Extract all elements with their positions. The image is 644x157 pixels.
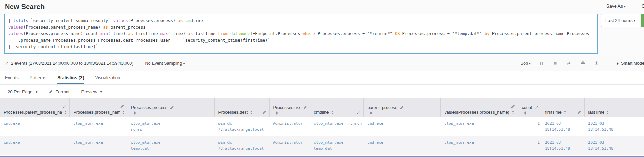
edit-column-icon[interactable] — [511, 104, 515, 108]
table-cell[interactable]: clop_mlwr.exe runrun — [310, 117, 363, 136]
edit-column-icon[interactable] — [263, 110, 266, 114]
table-header-row: Processes.parent_process_nameProcesses.p… — [0, 98, 644, 117]
query-line: values(Processes.parent_process_name) as… — [8, 24, 594, 31]
column-header-count[interactable]: count — [518, 98, 541, 117]
time-range-picker[interactable]: Last 24 hours▾ — [601, 14, 640, 27]
chevron-down-icon: ▾ — [100, 90, 102, 94]
chevron-down-icon: ▾ — [634, 19, 635, 22]
column-label: cmdline — [314, 110, 329, 115]
table-cell[interactable]: cmd.exe — [363, 136, 440, 155]
column-header-Processes.parent_process_name[interactable]: Processes.parent_process_name — [0, 98, 69, 117]
edit-column-icon[interactable] — [63, 104, 67, 108]
column-header-Processes.process_name[interactable]: Processes.process_name — [69, 98, 127, 117]
table-cell[interactable]: 2021-03- 18T14:53:48 — [584, 117, 644, 136]
edit-column-icon[interactable] — [400, 106, 404, 109]
search-mode-selector[interactable]: Smart Mode ▾ — [616, 61, 644, 66]
column-header-parent_process[interactable]: parent_process — [363, 98, 440, 117]
page-title: New Search — [5, 3, 45, 11]
search-query-input[interactable]: | tstats `security_content_summariesonly… — [4, 14, 598, 54]
edit-column-icon[interactable] — [120, 104, 124, 108]
share-icon[interactable] — [566, 61, 572, 66]
page-header: New Search Save As▾ Close — [0, 0, 644, 13]
job-menu[interactable]: Job▾ — [521, 61, 531, 66]
table-cell[interactable]: clop_mlwr.exe — [69, 136, 127, 155]
sort-icon — [276, 111, 278, 115]
column-label: Processes.dest — [218, 110, 248, 115]
sort-icon — [524, 111, 526, 115]
lightning-bolt-icon — [616, 61, 619, 66]
sort-icon — [564, 111, 566, 114]
events-summary-bar: ✓ 2 events (17/03/2021 14:00:00.000 to 1… — [0, 56, 644, 71]
sort-icon — [122, 111, 124, 114]
pause-icon[interactable] — [538, 61, 545, 66]
sort-icon — [65, 111, 67, 114]
chevron-down-icon: ▾ — [624, 4, 626, 8]
table-cell[interactable]: cmd.exe — [363, 117, 440, 136]
close-button[interactable]: Close — [642, 3, 644, 9]
search-submit-button[interactable] — [641, 14, 644, 27]
table-cell[interactable]: clop_mlwr.exe temp.dat — [127, 136, 214, 155]
print-icon[interactable] — [580, 61, 586, 66]
table-cell[interactable]: Administrator — [269, 136, 310, 155]
column-header-values(Processes.process_name)[interactable]: values(Processes.process_name) — [440, 98, 518, 117]
export-download-icon[interactable] — [594, 61, 600, 66]
column-label: Processes.process — [131, 105, 168, 110]
edit-column-icon[interactable] — [170, 106, 174, 109]
column-header-Processes.user[interactable]: Processes.user — [269, 98, 310, 117]
preview-dropdown[interactable]: Preview▾ — [81, 89, 102, 94]
sort-icon — [331, 111, 333, 114]
tab-patterns[interactable]: Patterns — [30, 71, 46, 84]
table-cell[interactable]: clop_mlwr.exe runrun — [127, 117, 214, 136]
chevron-down-icon: ▾ — [529, 62, 531, 65]
tab-statistics[interactable]: Statistics (2) — [57, 71, 84, 84]
table-row: cmd.execlop_mlwr.execlop_mlwr.exe runrun… — [0, 117, 644, 136]
table-cell[interactable]: clop_mlwr.exe — [440, 117, 518, 136]
table-cell[interactable]: 2021-03- 18T14:53:48 — [541, 136, 584, 155]
query-line: | `security_content_ctime(lastTime)` — [8, 44, 594, 50]
tab-visualization[interactable]: Visualization — [95, 71, 120, 84]
sort-icon — [250, 111, 252, 114]
tab-events[interactable]: Events — [5, 71, 19, 84]
table-cell[interactable]: cmd.exe — [0, 136, 69, 155]
column-header-lastTime[interactable]: lastTime — [584, 98, 644, 117]
edit-column-icon[interactable] — [357, 110, 361, 114]
query-line: values(Processes.process_name) count min… — [8, 31, 594, 37]
column-label: Processes.process_name — [74, 110, 120, 115]
column-label: parent_process — [368, 105, 397, 110]
table-cell[interactable]: clop_mlwr.exe — [69, 117, 127, 136]
save-as-button[interactable]: Save As▾ — [606, 3, 626, 9]
table-cell[interactable]: win-dc- 73.attackrange.local — [214, 136, 269, 155]
column-header-Processes.dest[interactable]: Processes.dest — [214, 98, 269, 117]
table-cell[interactable]: clop_mlwr.exe — [440, 136, 518, 155]
table-cell[interactable]: Administrator — [269, 117, 310, 136]
edit-column-icon[interactable] — [535, 106, 538, 109]
column-header-cmdline[interactable]: cmdline — [310, 98, 363, 117]
per-page-dropdown[interactable]: 20 Per Page▾ — [8, 89, 37, 94]
stop-icon[interactable] — [552, 61, 558, 66]
column-header-Processes.process[interactable]: Processes.process — [127, 98, 214, 117]
chevron-down-icon: ▾ — [36, 90, 37, 94]
results-tabs: EventsPatternsStatistics (2)Visualizatio… — [0, 71, 644, 85]
query-line: .process_name Processes.process Processe… — [8, 37, 594, 44]
format-button[interactable]: Format — [49, 89, 69, 94]
statistics-table: Processes.parent_process_nameProcesses.p… — [0, 98, 644, 155]
table-cell[interactable]: 2021-03- 18T14:53:48 — [584, 136, 644, 155]
column-label: count — [522, 105, 532, 110]
table-cell[interactable]: cmd.exe — [0, 117, 69, 136]
edit-column-icon[interactable] — [303, 106, 307, 109]
table-cell[interactable]: win-dc- 73.attackrange.local — [214, 117, 269, 136]
event-sampling-dropdown[interactable]: No Event Sampling▾ — [145, 61, 185, 66]
table-cell[interactable]: 2021-03- 18T14:53:48 — [541, 117, 584, 136]
sort-icon — [512, 111, 514, 114]
edit-column-icon[interactable] — [578, 110, 582, 114]
column-label: firstTime — [545, 110, 562, 115]
sort-icon — [607, 111, 609, 114]
table-row: cmd.execlop_mlwr.execlop_mlwr.exe temp.d… — [0, 136, 644, 155]
chevron-down-icon: ▾ — [183, 62, 185, 65]
pencil-icon — [49, 90, 53, 94]
table-cell[interactable]: 1 — [518, 136, 541, 155]
column-header-firstTime[interactable]: firstTime — [541, 98, 584, 117]
search-bar: | tstats `security_content_summariesonly… — [0, 13, 644, 56]
table-cell[interactable]: 1 — [518, 117, 541, 136]
table-cell[interactable]: clop_mlwr.exe temp.dat — [310, 136, 363, 155]
